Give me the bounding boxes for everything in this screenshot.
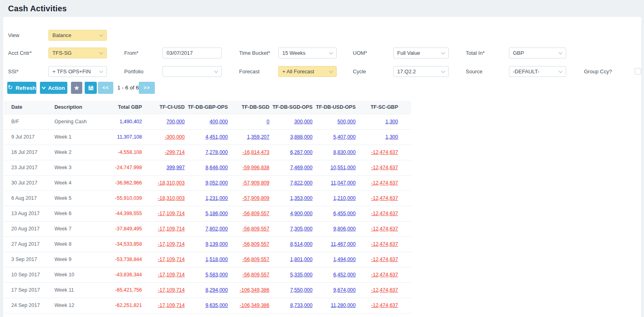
- view-select[interactable]: Balance: [48, 30, 107, 41]
- amount-link[interactable]: -12,474,637: [371, 257, 398, 262]
- amount-link[interactable]: 5,583,000: [205, 272, 228, 278]
- amount-link[interactable]: -12,474,637: [371, 180, 398, 186]
- save-button[interactable]: [85, 82, 97, 94]
- amount-link[interactable]: -12,474,637: [371, 226, 398, 232]
- amount-link[interactable]: -17,109,714: [158, 241, 185, 247]
- amount-link[interactable]: 7,802,000: [205, 226, 228, 232]
- amount-link[interactable]: 7,278,000: [205, 149, 228, 155]
- amount-link[interactable]: -299,714: [165, 149, 185, 155]
- amount-link[interactable]: 7,469,000: [290, 165, 313, 170]
- amount-link[interactable]: -17,109,714: [158, 257, 185, 262]
- amount-link[interactable]: -18,310,003: [158, 195, 185, 201]
- amount-link[interactable]: 1,518,000: [205, 257, 228, 262]
- cycle-select[interactable]: 17.Q2.2: [393, 66, 449, 77]
- uom-select[interactable]: Full Value: [393, 48, 449, 58]
- amount-link[interactable]: 8,646,000: [205, 165, 228, 170]
- cell-description: Week 9: [54, 252, 103, 267]
- amount-link[interactable]: 0: [267, 119, 269, 124]
- amount-link[interactable]: 700,000: [167, 119, 185, 124]
- portfolio-select[interactable]: [163, 66, 222, 77]
- amount-link[interactable]: 4,451,000: [205, 134, 228, 140]
- amount-link[interactable]: 11,047,000: [331, 180, 356, 186]
- amount-link[interactable]: -12,474,637: [371, 149, 398, 155]
- amount-link[interactable]: -17,109,714: [158, 287, 185, 293]
- amount-link[interactable]: 1,353,000: [290, 195, 313, 201]
- group-ccy-checkbox[interactable]: [635, 68, 641, 75]
- amount-link[interactable]: -17,109,714: [158, 302, 185, 308]
- amount-link[interactable]: 7,550,000: [290, 287, 313, 293]
- amount-link[interactable]: 9,052,000: [205, 180, 228, 186]
- favorite-button[interactable]: ★: [71, 82, 82, 94]
- amount-link[interactable]: -57,909,809: [242, 180, 269, 186]
- amount-link[interactable]: -12,474,637: [371, 287, 398, 293]
- time-bucket-select[interactable]: 15 Weeks: [278, 48, 337, 58]
- amount-link[interactable]: 6,452,000: [333, 272, 356, 278]
- amount-link[interactable]: 5,186,000: [205, 211, 228, 216]
- amount-link[interactable]: -57,909,809: [242, 195, 269, 201]
- total-in-select[interactable]: GBP: [509, 48, 566, 58]
- amount-link[interactable]: -12,474,637: [371, 195, 398, 201]
- amount-link[interactable]: 11,467,000: [331, 241, 356, 247]
- amount-link[interactable]: 1,210,000: [333, 195, 356, 201]
- next-page-button[interactable]: >>: [139, 82, 155, 94]
- amount-link[interactable]: 9,139,000: [205, 241, 228, 247]
- amount-link[interactable]: 4,900,000: [290, 211, 313, 216]
- amount-link[interactable]: 1,300: [386, 134, 398, 140]
- amount-link[interactable]: 6,455,000: [333, 211, 356, 216]
- amount-link[interactable]: -56,809,557: [242, 272, 269, 278]
- amount-link[interactable]: -56,809,557: [242, 241, 269, 247]
- amount-link[interactable]: -56,809,557: [242, 226, 269, 232]
- cash-activities-table: DateDescriptionTotal GBPTF-CI-USDTF-DB-G…: [4, 101, 411, 313]
- source-select[interactable]: -DEFAULT-: [509, 66, 566, 77]
- amount-link[interactable]: 3,888,000: [290, 134, 313, 140]
- amount-link[interactable]: 8,514,000: [290, 241, 313, 247]
- amount-link[interactable]: -17,109,714: [158, 211, 185, 216]
- refresh-button[interactable]: ↻ Refresh: [7, 82, 36, 94]
- amount-link[interactable]: 400,000: [210, 119, 228, 124]
- amount-link[interactable]: 8,733,000: [290, 302, 313, 308]
- amount-link[interactable]: -12,474,637: [371, 272, 398, 278]
- amount-link[interactable]: 9,635,000: [205, 302, 228, 308]
- amount-link[interactable]: 1,494,000: [333, 257, 356, 262]
- amount-link[interactable]: 7,305,000: [290, 226, 313, 232]
- amount-link[interactable]: 10,551,000: [330, 165, 356, 170]
- amount-link[interactable]: 1,801,000: [290, 257, 313, 262]
- amount-link[interactable]: 7,822,000: [290, 180, 313, 186]
- amount-link[interactable]: 9,806,000: [333, 226, 356, 232]
- prev-page-button[interactable]: <<: [98, 82, 113, 94]
- acct-cntr-select[interactable]: TFS-SG: [48, 48, 107, 58]
- cell-tf_sc_gbp: -12,474,637: [356, 145, 398, 160]
- amount-link[interactable]: -16,814,473: [242, 149, 269, 155]
- action-button[interactable]: Action: [40, 82, 67, 94]
- amount-link[interactable]: 500,000: [338, 119, 356, 124]
- amount-link[interactable]: 5,335,000: [290, 272, 313, 278]
- from-date-input[interactable]: [163, 48, 222, 58]
- star-icon: ★: [74, 85, 79, 91]
- amount-link[interactable]: -106,349,386: [240, 302, 269, 308]
- amount-link[interactable]: 5,407,000: [333, 134, 356, 140]
- amount-link[interactable]: 9,674,000: [333, 287, 356, 293]
- amount-link[interactable]: 1,300: [386, 119, 398, 124]
- ssi-select[interactable]: + TFS OPS+FIN: [48, 66, 107, 77]
- amount-link[interactable]: 11,280,000: [331, 302, 356, 308]
- amount-link[interactable]: 1,231,000: [205, 195, 228, 201]
- amount-link[interactable]: 6,267,000: [290, 149, 313, 155]
- amount-link[interactable]: -17,109,714: [158, 272, 185, 278]
- amount-link[interactable]: -12,474,637: [371, 241, 398, 247]
- amount-link[interactable]: 399,997: [167, 165, 185, 170]
- forecast-select[interactable]: + All Forecast: [278, 66, 337, 77]
- amount-link[interactable]: 300,000: [294, 119, 313, 124]
- amount-link[interactable]: -12,474,637: [371, 165, 398, 170]
- amount-link[interactable]: -12,474,637: [371, 302, 398, 308]
- amount-link[interactable]: -18,310,003: [158, 180, 185, 186]
- amount-link[interactable]: 8,294,000: [205, 287, 228, 293]
- amount-link[interactable]: -56,809,557: [242, 211, 269, 216]
- amount-link[interactable]: -56,809,557: [242, 257, 269, 262]
- amount-link[interactable]: -12,474,637: [371, 211, 398, 216]
- amount-link[interactable]: 8,830,000: [333, 149, 356, 155]
- amount-link[interactable]: -59,996,838: [242, 165, 269, 170]
- amount-link[interactable]: 1,359,207: [247, 134, 269, 140]
- amount-link[interactable]: -106,349,386: [240, 287, 269, 293]
- amount-link[interactable]: -17,109,714: [158, 226, 185, 232]
- amount-link[interactable]: -300,000: [165, 134, 185, 140]
